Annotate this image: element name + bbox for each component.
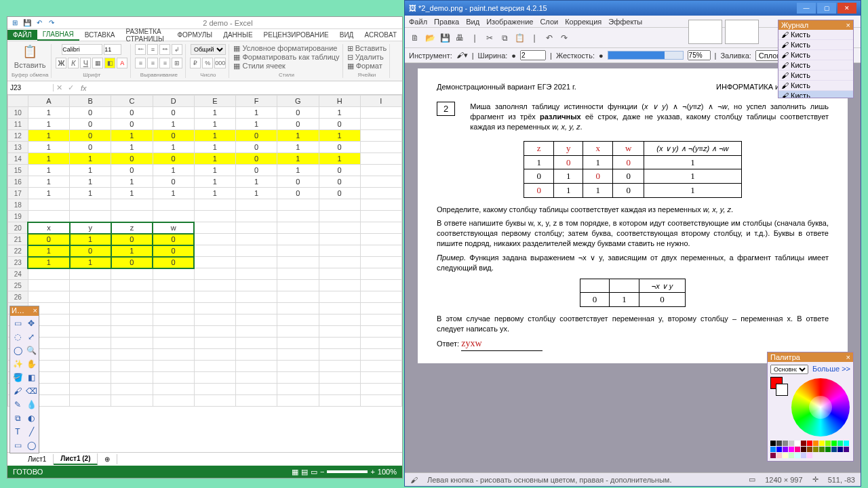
swatch[interactable]	[801, 441, 806, 446]
menu-item[interactable]: Правка	[434, 18, 459, 26]
history-item[interactable]: 🖌 Кисть	[778, 81, 853, 91]
cell[interactable]: 1	[70, 234, 111, 245]
thumb[interactable]	[688, 20, 722, 44]
cell[interactable]	[194, 257, 235, 268]
cell[interactable]: 1	[277, 130, 319, 142]
swatch[interactable]	[795, 441, 800, 446]
cell[interactable]: 1	[111, 245, 153, 257]
cell[interactable]: 1	[277, 153, 319, 165]
close-icon[interactable]: ×	[846, 353, 850, 361]
percent-icon[interactable]: %	[202, 58, 213, 68]
quick-access-toolbar[interactable]: ⊞ 💾 ↶ ↷	[10, 18, 56, 28]
cell[interactable]	[277, 234, 319, 245]
recolor-icon[interactable]: ◐	[25, 412, 37, 424]
swatch[interactable]	[776, 441, 782, 446]
cell[interactable]: 1	[153, 188, 194, 199]
brush-icon[interactable]: 🖌	[12, 385, 24, 397]
line-icon[interactable]: ╱	[25, 426, 37, 438]
cell[interactable]: 0	[153, 176, 194, 188]
move-icon[interactable]: ✥	[25, 317, 37, 329]
paste-icon[interactable]: 📋	[22, 44, 37, 59]
cell[interactable]	[360, 153, 401, 165]
history-item[interactable]: 🖌 Кисть	[778, 60, 853, 70]
swatch[interactable]	[776, 447, 782, 452]
close-icon[interactable]: ×	[846, 21, 850, 29]
cell[interactable]: 1	[319, 107, 360, 119]
cell[interactable]: 1	[277, 165, 319, 176]
color-swatches[interactable]	[770, 441, 850, 458]
cell[interactable]	[277, 257, 319, 268]
cell[interactable]	[236, 257, 277, 268]
ribbon-tab[interactable]: ФАЙЛ	[7, 30, 37, 40]
cell[interactable]	[236, 211, 277, 222]
cell[interactable]	[153, 199, 194, 211]
gradient-icon[interactable]: ◧	[25, 371, 37, 384]
redo-icon[interactable]: ↷	[558, 32, 570, 44]
menu-item[interactable]: Файл	[409, 18, 427, 26]
history-item[interactable]: 🖌 Кисть	[778, 30, 853, 40]
cell[interactable]: 1	[194, 107, 235, 119]
swatch[interactable]	[783, 441, 788, 446]
picker-icon[interactable]: 💧	[25, 399, 37, 411]
swatch[interactable]	[807, 447, 812, 452]
align-bottom-icon[interactable]: ⬵	[159, 44, 170, 55]
align-mid-icon[interactable]: ≡	[147, 44, 158, 55]
delete-cells-button[interactable]: ⊟ Удалить	[347, 53, 387, 62]
col-header[interactable]: D	[153, 96, 194, 107]
swatch[interactable]	[837, 441, 843, 446]
cell[interactable]: x	[28, 222, 69, 234]
cell[interactable]: 1	[236, 119, 277, 130]
color-mode-select[interactable]: Основной	[770, 365, 808, 374]
cell-styles-button[interactable]: ▦ Стили ячеек	[233, 62, 339, 70]
cut-icon[interactable]: ✂	[484, 32, 496, 44]
cell[interactable]: 0	[111, 234, 153, 245]
cell[interactable]	[360, 165, 401, 176]
cell[interactable]: 1	[111, 142, 153, 153]
col-header[interactable]: B	[70, 96, 111, 107]
cell[interactable]: 1	[194, 176, 235, 188]
col-header[interactable]: G	[277, 96, 319, 107]
pencil-icon[interactable]: ✎	[12, 399, 24, 411]
row-header[interactable]: 16	[8, 176, 28, 188]
row-header[interactable]: 13	[8, 142, 28, 153]
cell[interactable]: y	[70, 222, 111, 234]
fx-cancel-icon[interactable]: ✕	[54, 83, 65, 92]
cell[interactable]	[153, 211, 194, 222]
width-input[interactable]	[520, 50, 546, 60]
ribbon-tab[interactable]: ДАННЫЕ	[218, 30, 258, 40]
row-header[interactable]: 19	[8, 211, 28, 222]
font-size-input[interactable]	[104, 44, 121, 55]
sheet-tab-active[interactable]: Лист1 (2)	[54, 453, 98, 465]
bold-button[interactable]: Ж	[56, 58, 66, 68]
swatch[interactable]	[825, 441, 831, 446]
cell[interactable]: 0	[111, 165, 153, 176]
menu-item[interactable]: Коррекция	[565, 18, 601, 26]
cell[interactable]	[28, 211, 69, 222]
swatch[interactable]	[813, 447, 818, 452]
eraser-icon[interactable]: ⌫	[25, 385, 37, 397]
cell[interactable]	[360, 257, 401, 268]
col-header[interactable]: E	[194, 96, 235, 107]
cell[interactable]	[319, 245, 360, 257]
menu-item[interactable]: Эффекты	[608, 18, 642, 26]
cell[interactable]: 0	[153, 153, 194, 165]
cell[interactable]: 1	[153, 119, 194, 130]
swatch[interactable]	[831, 447, 837, 452]
cell[interactable]	[236, 234, 277, 245]
merge-icon[interactable]: ⊞	[172, 58, 182, 68]
italic-button[interactable]: К	[68, 58, 79, 68]
cell[interactable]: 0	[236, 153, 277, 165]
sheet-tabs[interactable]: Лист1 Лист1 (2) ⊕	[7, 452, 402, 466]
zoom-icon[interactable]: 🔍	[25, 344, 37, 357]
cell[interactable]: 0	[277, 188, 319, 199]
row-header[interactable]: 17	[8, 188, 28, 199]
history-item[interactable]: 🖌 Кисть	[778, 50, 853, 60]
cell[interactable]	[360, 188, 401, 199]
cell[interactable]: 0	[153, 107, 194, 119]
name-box[interactable]: J23	[7, 84, 54, 92]
wrap-icon[interactable]: ↲	[172, 44, 182, 55]
history-item[interactable]: 🖌 Кисть	[778, 40, 853, 50]
border-button[interactable]: ▦	[92, 58, 103, 68]
swatch[interactable]	[819, 441, 825, 446]
cell[interactable]: 0	[319, 188, 360, 199]
